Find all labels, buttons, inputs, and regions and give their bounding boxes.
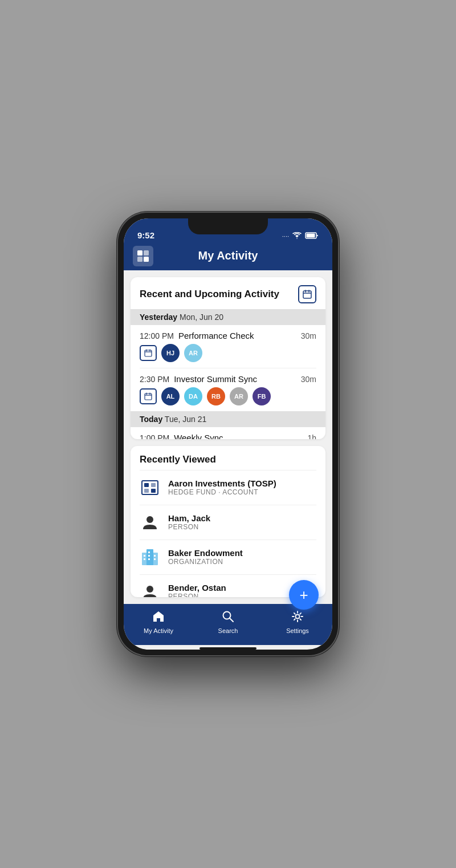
battery-icon bbox=[305, 232, 319, 240]
event-performance-check[interactable]: 12:00 PM Performance Check 30m bbox=[131, 325, 325, 368]
calendar-icon-button[interactable] bbox=[298, 285, 316, 303]
event-calendar-icon-2 bbox=[140, 388, 157, 404]
org-icon-baker bbox=[140, 547, 160, 567]
bottom-nav: My Activity Search Setti bbox=[124, 604, 332, 645]
activity-card-header: Recent and Upcoming Activity bbox=[131, 277, 325, 309]
svg-point-37 bbox=[296, 615, 300, 619]
event-time-2: 2:30 PM bbox=[140, 375, 169, 384]
avatar-al: AL bbox=[161, 387, 180, 405]
avatar-ar-2: AR bbox=[230, 387, 248, 405]
event-weekly-sync[interactable]: 1:00 PM Weekly Sync 1h bbox=[131, 427, 325, 439]
svg-point-34 bbox=[146, 586, 153, 593]
svg-rect-20 bbox=[144, 489, 149, 493]
status-time: 9:52 bbox=[137, 230, 154, 240]
event-name-2: Investor Summit Sync bbox=[174, 374, 257, 384]
search-icon bbox=[222, 610, 234, 626]
wifi-icon bbox=[292, 232, 302, 240]
event-investor-summit[interactable]: 2:30 PM Investor Summit Sync 30m bbox=[131, 368, 325, 411]
nav-label-settings: Settings bbox=[286, 627, 309, 634]
phone-frame: 9:52 ···· bbox=[117, 212, 339, 656]
event-left-2: 2:30 PM Investor Summit Sync bbox=[140, 374, 257, 384]
svg-rect-14 bbox=[145, 394, 152, 400]
event-time-3: 1:00 PM bbox=[140, 433, 169, 439]
nav-item-my-activity[interactable]: My Activity bbox=[124, 610, 193, 634]
event-left-3: 1:00 PM Weekly Sync bbox=[140, 433, 223, 439]
phone-screen: 9:52 ···· bbox=[124, 218, 332, 650]
main-content: Recent and Upcoming Activity Yesterday M… bbox=[124, 270, 332, 604]
event-time-1: 12:00 PM bbox=[140, 331, 174, 340]
day-header-yesterday: Yesterday Mon, Jun 20 bbox=[131, 309, 325, 325]
list-item-name-aaron: Aaron Investments (TOSP) bbox=[168, 478, 316, 488]
day-label-today: Today bbox=[140, 415, 162, 424]
home-icon bbox=[152, 610, 165, 626]
status-icons: ···· bbox=[282, 232, 319, 240]
list-item-type-ham: PERSON bbox=[168, 523, 316, 531]
event-name-1: Performance Check bbox=[178, 331, 254, 340]
svg-rect-2 bbox=[137, 250, 142, 255]
list-item-type-baker: ORGANIZATION bbox=[168, 558, 316, 566]
svg-rect-27 bbox=[148, 551, 150, 553]
day-date-today: Tue, Jun 21 bbox=[165, 415, 206, 424]
activity-card: Recent and Upcoming Activity Yesterday M… bbox=[131, 277, 325, 439]
event-calendar-icon-1 bbox=[140, 345, 157, 361]
svg-rect-33 bbox=[154, 558, 156, 560]
list-item-text-aaron: Aaron Investments (TOSP) HEDGE FUND · AC… bbox=[168, 478, 316, 496]
event-name-3: Weekly Sync bbox=[174, 433, 223, 439]
svg-line-36 bbox=[230, 618, 233, 622]
avatar-ar-1: AR bbox=[184, 344, 202, 362]
svg-rect-32 bbox=[154, 555, 156, 557]
svg-rect-19 bbox=[144, 483, 149, 487]
phone-notch bbox=[188, 218, 268, 234]
home-bar bbox=[199, 647, 256, 650]
nav-item-settings[interactable]: Settings bbox=[263, 610, 332, 634]
event-icons-2: AL DA RB AR FB bbox=[140, 387, 316, 405]
avatar-rb: RB bbox=[207, 387, 225, 405]
list-item-text-ham: Ham, Jack PERSON bbox=[168, 513, 316, 531]
day-label-yesterday: Yesterday bbox=[140, 313, 177, 322]
avatar-fb: FB bbox=[253, 387, 271, 405]
avatar-hj: HJ bbox=[161, 344, 180, 362]
fab-add-button[interactable]: + bbox=[289, 580, 319, 610]
settings-icon bbox=[291, 610, 304, 626]
list-item-name-baker: Baker Endowment bbox=[168, 548, 316, 558]
account-icon-aaron bbox=[140, 477, 160, 498]
svg-rect-4 bbox=[137, 257, 142, 262]
header-title: My Activity bbox=[198, 249, 258, 262]
list-item-aaron[interactable]: Aaron Investments (TOSP) HEDGE FUND · AC… bbox=[131, 470, 325, 505]
svg-rect-6 bbox=[303, 291, 311, 298]
nav-label-my-activity: My Activity bbox=[144, 627, 173, 634]
svg-rect-29 bbox=[148, 558, 150, 560]
svg-rect-22 bbox=[151, 489, 156, 493]
event-row-top: 12:00 PM Performance Check 30m bbox=[140, 331, 316, 340]
list-item-ham[interactable]: Ham, Jack PERSON bbox=[131, 505, 325, 540]
svg-rect-30 bbox=[144, 555, 145, 557]
event-duration-2: 30m bbox=[301, 375, 316, 384]
event-icons-1: HJ AR bbox=[140, 344, 316, 362]
svg-rect-31 bbox=[144, 558, 145, 560]
list-item-text-baker: Baker Endowment ORGANIZATION bbox=[168, 548, 316, 566]
activity-card-title: Recent and Upcoming Activity bbox=[140, 289, 279, 300]
person-icon-bender bbox=[140, 582, 160, 597]
nav-label-search: Search bbox=[218, 627, 238, 634]
event-row-top-2: 2:30 PM Investor Summit Sync 30m bbox=[140, 374, 316, 384]
day-header-today: Today Tue, Jun 21 bbox=[131, 411, 325, 427]
recently-viewed-card: Recently Viewed Aaron Inv bbox=[131, 446, 325, 597]
svg-rect-5 bbox=[144, 257, 149, 262]
list-item-baker[interactable]: Baker Endowment ORGANIZATION bbox=[131, 540, 325, 574]
event-duration-1: 30m bbox=[301, 331, 316, 340]
list-item-name-ham: Ham, Jack bbox=[168, 513, 316, 523]
signal-icon: ···· bbox=[282, 233, 289, 240]
event-duration-3: 1h bbox=[307, 433, 316, 439]
svg-rect-21 bbox=[151, 483, 156, 487]
event-left: 12:00 PM Performance Check bbox=[140, 331, 254, 340]
list-item-type-aaron: HEDGE FUND · ACCOUNT bbox=[168, 488, 316, 496]
svg-point-23 bbox=[146, 516, 153, 523]
recently-viewed-title: Recently Viewed bbox=[131, 446, 325, 470]
nav-item-search[interactable]: Search bbox=[193, 610, 263, 634]
svg-rect-3 bbox=[144, 250, 149, 255]
avatar-da: DA bbox=[184, 387, 202, 405]
svg-rect-28 bbox=[148, 555, 150, 557]
person-icon-ham bbox=[140, 512, 160, 533]
svg-rect-10 bbox=[145, 350, 152, 356]
app-logo bbox=[133, 246, 153, 266]
